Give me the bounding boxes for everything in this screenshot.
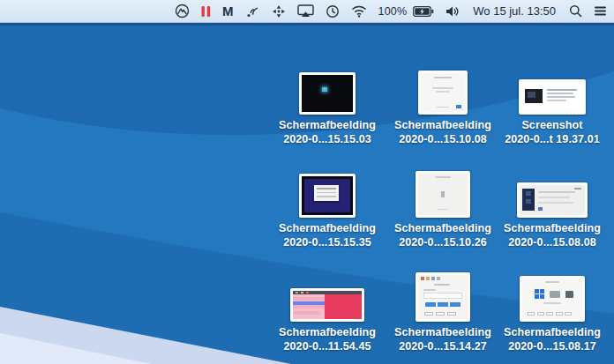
desktop-icon-15-08-17[interactable]: Schermafbeelding2020-0...15.08.17	[494, 267, 610, 353]
nordvpn-icon[interactable]	[175, 0, 190, 23]
volume-icon[interactable]	[446, 0, 460, 23]
file-label: Schermafbeelding2020-0...15.10.26	[394, 222, 491, 249]
screenshot-thumbnail	[290, 288, 364, 322]
desktop-icon-15-08-08[interactable]: Schermafbeelding2020-0...15.08.08	[494, 163, 610, 249]
time-machine-icon[interactable]	[326, 0, 340, 23]
windows-logo	[535, 289, 544, 299]
airplay-icon[interactable]	[297, 0, 314, 23]
crosshair-icon[interactable]	[272, 0, 286, 23]
file-label: Schermafbeelding2020-0...15.15.35	[279, 222, 376, 249]
malwarebytes-icon[interactable]: M	[222, 0, 234, 23]
file-label: Schermafbeelding2020-0...15.08.08	[504, 222, 601, 249]
battery-charging-icon[interactable]	[413, 0, 434, 23]
desktop-icon-15-10-08[interactable]: Schermafbeelding2020-0...15.10.08	[385, 60, 501, 146]
file-label: Schermafbeelding2020-0...15.10.08	[394, 119, 491, 146]
signal-icon[interactable]	[245, 0, 260, 23]
file-label: Schermafbeelding2020-0...11.54.45	[279, 326, 376, 353]
desktop-icon-19-37-01[interactable]: Screenshot2020-0...t 19.37.01	[494, 60, 610, 146]
screenshot-thumbnail	[416, 171, 470, 218]
notification-list-icon[interactable]	[594, 0, 607, 23]
screenshot-thumbnail	[299, 174, 356, 218]
battery-percent-label: 100%	[378, 0, 408, 23]
screenshot-thumbnail	[416, 272, 470, 322]
file-label: Schermafbeelding2020-0...15.08.17	[504, 326, 601, 353]
desktop-icon-15-15-35[interactable]: Schermafbeelding2020-0...15.15.35	[269, 163, 386, 249]
screenshot-thumbnail	[299, 72, 356, 115]
screenshot-thumbnail	[418, 71, 468, 115]
file-label: Schermafbeelding2020-0...15.15.03	[279, 119, 376, 146]
screenshot-thumbnail	[520, 276, 585, 322]
wifi-icon[interactable]	[351, 0, 367, 23]
screenshot-thumbnail	[519, 79, 586, 115]
menu-bar: M 100%	[0, 0, 614, 23]
spotlight-search-icon[interactable]	[569, 0, 582, 23]
menu-clock[interactable]: Wo 15 jul. 13:50	[471, 0, 558, 23]
pause-icon[interactable]	[201, 0, 211, 23]
desktop-icon-15-10-26[interactable]: Schermafbeelding2020-0...15.10.26	[385, 163, 501, 249]
screenshot-thumbnail	[517, 182, 588, 218]
desktop-icon-15-15-03[interactable]: Schermafbeelding2020-0...15.15.03	[269, 60, 386, 146]
desktop-icon-11-54-45[interactable]: Schermafbeelding2020-0...11.54.45	[269, 267, 386, 353]
desktop-icon-15-14-27[interactable]: Schermafbeelding2020-0...15.14.27	[385, 267, 501, 353]
file-label: Screenshot2020-0...t 19.37.01	[505, 119, 600, 146]
file-label: Schermafbeelding2020-0...15.14.27	[394, 326, 491, 353]
